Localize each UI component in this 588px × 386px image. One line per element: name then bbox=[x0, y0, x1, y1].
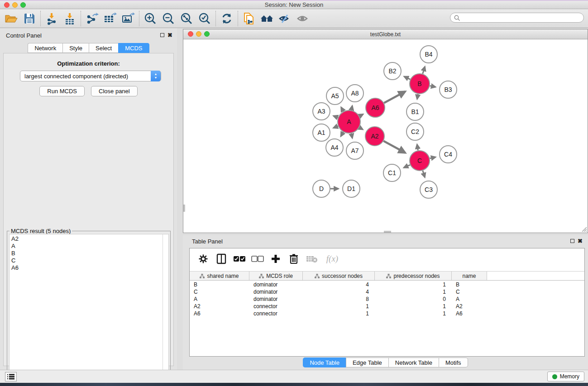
tab-motifs[interactable]: Motifs bbox=[439, 357, 468, 367]
add-column-icon[interactable] bbox=[268, 251, 284, 267]
delete-table-icon[interactable] bbox=[304, 251, 320, 267]
column-header-name[interactable]: name bbox=[452, 272, 487, 280]
import-network-icon[interactable] bbox=[43, 10, 61, 27]
table-cell[interactable]: A bbox=[452, 295, 487, 302]
table-panel-title: Table Panel bbox=[192, 238, 223, 245]
table-cell[interactable]: 1 bbox=[375, 288, 452, 295]
table-cell[interactable]: A bbox=[190, 295, 249, 302]
tab-select[interactable]: Select bbox=[89, 43, 118, 53]
mcds-result-item[interactable]: A6 bbox=[11, 264, 163, 272]
function-builder-icon[interactable]: f(x) bbox=[322, 251, 343, 267]
table-panel: Table Panel ✖ bbox=[183, 235, 588, 370]
table-cell[interactable]: B bbox=[190, 281, 249, 288]
table-cell[interactable]: A2 bbox=[190, 302, 249, 310]
export-network-icon[interactable] bbox=[83, 10, 101, 27]
table-cell[interactable]: 8 bbox=[303, 295, 375, 302]
import-table-icon[interactable] bbox=[61, 10, 79, 27]
tab-mcds[interactable]: MCDS bbox=[118, 43, 149, 53]
table-cell[interactable]: dominator bbox=[249, 281, 303, 288]
select-all-icon[interactable] bbox=[231, 251, 248, 267]
table-cell[interactable]: B bbox=[452, 281, 487, 288]
edge-A-A8 bbox=[351, 106, 352, 110]
table-cell[interactable]: 1 bbox=[375, 310, 452, 317]
graph-node-label: C bbox=[417, 157, 422, 164]
table-cell[interactable]: 1 bbox=[375, 302, 452, 310]
search-field[interactable] bbox=[450, 13, 584, 23]
zoom-selected-icon[interactable] bbox=[196, 10, 214, 27]
edge-A-A2 bbox=[359, 128, 363, 129]
float-panel-icon[interactable] bbox=[160, 33, 164, 37]
table-cell[interactable]: A6 bbox=[452, 310, 487, 317]
hide-view-icon[interactable] bbox=[276, 10, 294, 27]
show-view-icon[interactable] bbox=[294, 10, 312, 27]
tab-edge-table[interactable]: Edge Table bbox=[346, 357, 388, 367]
duplicate-network-icon[interactable] bbox=[240, 10, 258, 27]
table-panel-tabs: Node TableEdge TableNetwork TableMotifs bbox=[183, 357, 588, 367]
float-panel-icon[interactable] bbox=[570, 239, 574, 243]
resize-grip[interactable] bbox=[581, 226, 587, 232]
optimization-criterion-dropdown[interactable]: largest connected component (directed) ▲… bbox=[20, 71, 161, 81]
table-cell[interactable]: C bbox=[452, 288, 487, 295]
close-panel-icon[interactable]: ✖ bbox=[578, 238, 583, 244]
column-header-predecessor-nodes[interactable]: predecessor nodes bbox=[375, 272, 452, 280]
table-row[interactable]: Bdominator41B bbox=[190, 281, 584, 288]
refresh-icon[interactable] bbox=[218, 10, 236, 27]
mcds-result-item[interactable]: A2 bbox=[11, 235, 163, 243]
export-image-icon[interactable] bbox=[119, 10, 137, 27]
tab-network-table[interactable]: Network Table bbox=[388, 357, 439, 367]
table-row[interactable]: A6connector11A6 bbox=[190, 310, 584, 317]
dropdown-stepper-icon[interactable]: ▲▼ bbox=[151, 71, 161, 81]
mcds-result-item[interactable]: B bbox=[11, 250, 163, 257]
graph-node-label: B3 bbox=[444, 86, 452, 93]
zoom-in-icon[interactable] bbox=[141, 10, 159, 27]
table-cell[interactable]: dominator bbox=[249, 288, 303, 295]
graph-node-label: C3 bbox=[425, 186, 433, 193]
table-cell[interactable]: A2 bbox=[452, 302, 487, 310]
table-row[interactable]: Cdominator41C bbox=[190, 288, 584, 295]
search-input[interactable] bbox=[463, 14, 581, 22]
table-row[interactable]: A2connector11A2 bbox=[190, 302, 584, 310]
column-header-shared-name[interactable]: shared name bbox=[190, 272, 249, 280]
column-header-MCDS-role[interactable]: MCDS role bbox=[249, 272, 303, 280]
task-history-button[interactable] bbox=[5, 372, 17, 381]
tab-node-table[interactable]: Node Table bbox=[303, 357, 346, 367]
column-type-icon bbox=[386, 274, 391, 278]
zoom-out-icon[interactable] bbox=[159, 10, 177, 27]
table-cell[interactable]: connector bbox=[249, 310, 303, 317]
table-cell[interactable]: dominator bbox=[249, 295, 303, 302]
save-session-icon[interactable] bbox=[20, 10, 38, 27]
graph-node-label: B4 bbox=[425, 51, 432, 58]
run-mcds-button[interactable]: Run MCDS bbox=[39, 86, 85, 96]
export-table-icon[interactable] bbox=[101, 10, 119, 27]
table-settings-icon[interactable] bbox=[195, 251, 211, 267]
mcds-result-item[interactable]: A bbox=[11, 243, 163, 250]
tab-network[interactable]: Network bbox=[28, 43, 62, 53]
table-cell[interactable]: 4 bbox=[303, 288, 375, 295]
table-cell[interactable]: 1 bbox=[375, 281, 452, 288]
mcds-result-list[interactable]: A2ABCA6 bbox=[9, 234, 169, 382]
main-titlebar: Session: New Session bbox=[0, 0, 588, 9]
network-canvas[interactable]: B4B2BB3A5A8A6A3B1AC2A1A2A4A7C4CC1C3DD1 bbox=[183, 39, 588, 233]
open-session-icon[interactable] bbox=[2, 10, 20, 27]
show-columns-icon[interactable] bbox=[213, 251, 229, 267]
close-panel-icon[interactable]: ✖ bbox=[167, 32, 172, 38]
deselect-all-icon[interactable] bbox=[249, 251, 266, 267]
table-cell[interactable]: 1 bbox=[303, 310, 375, 317]
zoom-fit-icon[interactable] bbox=[177, 10, 196, 27]
table-cell[interactable]: 0 bbox=[375, 295, 452, 302]
table-cell[interactable]: A6 bbox=[190, 310, 249, 317]
table-row[interactable]: Adominator80A bbox=[190, 295, 584, 302]
table-cell[interactable]: 4 bbox=[303, 281, 375, 288]
column-header-successor-nodes[interactable]: successor nodes bbox=[303, 272, 375, 280]
home-views-icon[interactable] bbox=[258, 10, 276, 27]
column-type-icon bbox=[259, 274, 264, 278]
tab-style[interactable]: Style bbox=[62, 43, 89, 53]
table-cell[interactable]: 1 bbox=[303, 302, 375, 310]
table-cell[interactable]: C bbox=[190, 288, 249, 295]
control-panel-header: Control Panel ✖ bbox=[0, 32, 177, 40]
table-cell[interactable]: connector bbox=[249, 302, 303, 310]
delete-column-icon[interactable] bbox=[286, 251, 302, 267]
memory-button[interactable]: Memory bbox=[547, 372, 584, 381]
close-panel-button[interactable]: Close panel bbox=[91, 86, 138, 96]
mcds-result-item[interactable]: C bbox=[11, 257, 163, 264]
